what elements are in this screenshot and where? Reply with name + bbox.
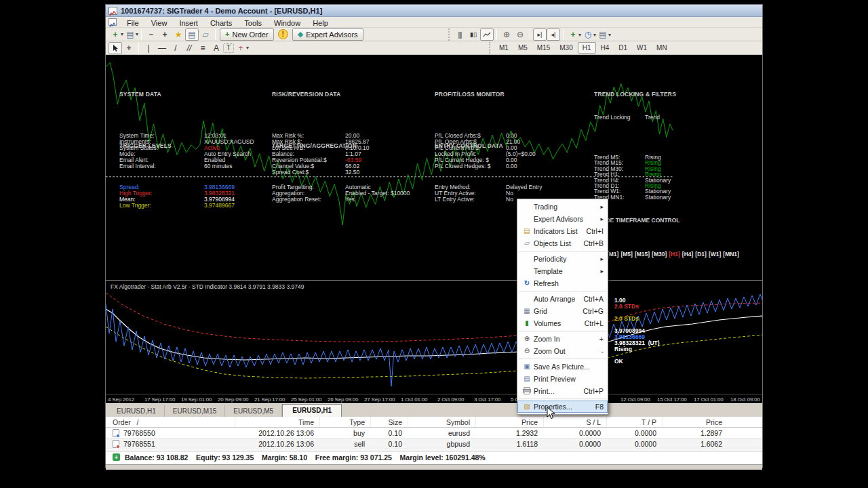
app-window: 1001674737: SIGTrader 4 - Demo Account -…: [105, 4, 763, 468]
toolbar-separator: [138, 43, 139, 54]
timeframe-button[interactable]: W1: [632, 42, 652, 54]
alert-icon[interactable]: !: [278, 29, 288, 39]
tick-chart-button[interactable]: ~: [144, 28, 158, 41]
order-row[interactable]: 79768551 2012.10.26 13:06 sell 0.10 gbpu…: [106, 439, 762, 449]
menubar-item[interactable]: Charts: [204, 18, 238, 28]
screen: 1001674737: SIGTrader 4 - Demo Account -…: [0, 0, 868, 488]
timeframe-button[interactable]: D1: [614, 42, 632, 54]
menu-item-zoom-in[interactable]: ⊕ Zoom In +: [517, 333, 608, 345]
menu-item-template[interactable]: Template ▸: [517, 265, 608, 277]
chart-tab[interactable]: EURUSD,M5: [225, 405, 282, 417]
menu-item-periodicity[interactable]: Periodicity ▸: [517, 253, 608, 265]
line-chart-button[interactable]: [480, 28, 494, 41]
order-symbol: gbpusd: [408, 440, 475, 448]
trendline-button[interactable]: /: [169, 42, 182, 54]
chart-tab[interactable]: EURUSD,M15: [165, 405, 225, 417]
data-window-button[interactable]: ▤: [185, 28, 199, 41]
order-take-profit: 0.0000: [606, 440, 662, 448]
time-axis-label: 12 Oct 09:00: [620, 394, 657, 403]
column-header-time[interactable]: Time: [235, 417, 319, 427]
order-open-price: 1.2932: [475, 429, 543, 437]
menubar-item[interactable]: Insert: [173, 18, 204, 28]
timeframe-button[interactable]: M15: [532, 42, 555, 54]
chart-shift-button[interactable]: ▸|: [533, 28, 547, 41]
menu-separator: [519, 251, 606, 251]
timeframe-button[interactable]: H4: [596, 42, 614, 54]
bar-chart-button[interactable]: |||: [453, 28, 467, 41]
column-header-type[interactable]: Type: [319, 417, 370, 427]
timeframe-button[interactable]: MN: [652, 42, 672, 54]
new-chart-button[interactable]: +: [108, 28, 122, 41]
menu-item-print[interactable]: Print... Ctrl+P: [517, 385, 608, 397]
timeframe-button[interactable]: M30: [555, 42, 577, 54]
profiles-caret-icon[interactable]: ▾: [136, 31, 138, 37]
order-row[interactable]: 79768550 2012.10.26 13:06 buy 0.10 eurus…: [106, 428, 762, 439]
periods-button[interactable]: ◷: [581, 28, 595, 41]
candlestick-chart-button[interactable]: ▮▯: [467, 28, 480, 41]
cursor-button[interactable]: [108, 42, 122, 54]
timeframe-button[interactable]: H1: [578, 42, 596, 54]
menu-item-print-preview[interactable]: ▤ Print Preview: [517, 373, 608, 385]
chart-tab[interactable]: EURUSD,H1: [108, 405, 165, 417]
grid-icon: ▦: [520, 308, 534, 314]
time-axis-label: 17 Oct 01:00: [694, 394, 730, 403]
new-order-button[interactable]: + New Order: [220, 28, 274, 41]
column-header-size[interactable]: Size: [370, 417, 408, 427]
favorites-button[interactable]: ★: [172, 28, 185, 41]
templates-caret-icon[interactable]: ▾: [608, 32, 611, 38]
menu-item-zoom-out[interactable]: ⊖ Zoom Out -: [517, 345, 608, 357]
title-bar[interactable]: 1001674737: SIGTrader 4 - Demo Account -…: [106, 5, 762, 17]
menu-item-properties[interactable]: ▨ Properties... F8: [517, 401, 608, 413]
zoom-in-button[interactable]: ⊕: [500, 28, 513, 41]
column-header-price[interactable]: Price: [475, 417, 543, 427]
column-header-tp[interactable]: T / P: [606, 417, 662, 427]
menu-item-trading[interactable]: Trading ▸: [517, 201, 608, 213]
menu-bar: FileViewInsertChartsToolsWindowHelp: [106, 17, 762, 28]
trend-locking-block: TREND LOCKING & FILTERS Trend Locking Tr…: [594, 79, 741, 270]
menu-item-auto-arrange[interactable]: Auto Arrange Ctrl+A: [517, 293, 608, 305]
crosshair-tool-button[interactable]: +: [122, 42, 136, 54]
indicators-button[interactable]: +: [566, 28, 580, 41]
menu-item-expert-advisors[interactable]: Expert Advisors ▸: [517, 213, 608, 225]
order-take-profit: 0.0000: [606, 429, 662, 437]
indicator-label: Rising: [614, 346, 660, 352]
navigator-button[interactable]: ▱: [199, 28, 212, 41]
timeframe-button[interactable]: M5: [513, 42, 532, 54]
menu-item-indicators-list[interactable]: ▤ Indicators List Ctrl+I: [517, 225, 608, 237]
menubar-item[interactable]: View: [145, 18, 174, 28]
text-button[interactable]: A: [210, 42, 223, 54]
vertical-line-button[interactable]: |: [142, 42, 155, 54]
main-chart[interactable]: SYSTEM DATA System Time:12:03:01Instrume…: [106, 55, 762, 280]
column-header-symbol[interactable]: Symbol: [408, 417, 475, 427]
menu-item-refresh[interactable]: ↻ Refresh: [517, 277, 608, 289]
fibonacci-button[interactable]: ≡: [196, 42, 210, 54]
menu-item-grid[interactable]: ▦ Grid Ctrl+G: [517, 305, 608, 317]
menu-item-volumes[interactable]: ▮ Volumes Ctrl+L: [517, 317, 608, 329]
text-label-button[interactable]: T: [223, 43, 234, 53]
zoom-out-button[interactable]: ⊖: [513, 28, 527, 41]
menubar-item[interactable]: Tools: [238, 18, 268, 28]
expert-advisors-button[interactable]: ◆ Expert Advisors: [292, 28, 363, 41]
shapes-button[interactable]: +: [234, 42, 248, 54]
chart-tab[interactable]: EURUSD,H1: [282, 404, 342, 417]
auto-scroll-button[interactable]: ◂|: [547, 28, 560, 41]
templates-button[interactable]: ▤: [596, 28, 610, 41]
order-current-price: 1.6062: [662, 440, 728, 448]
menubar-item[interactable]: Window: [268, 18, 307, 28]
channel-button[interactable]: //: [182, 42, 196, 54]
timeframe-token: [M15]: [635, 251, 650, 258]
timeframe-button[interactable]: M1: [494, 42, 513, 54]
menu-item-save-as-picture[interactable]: ▣ Save As Picture...: [517, 361, 608, 373]
menubar-item[interactable]: File: [121, 18, 145, 28]
profiles-button[interactable]: ▤: [123, 28, 137, 41]
crosshair-button[interactable]: +: [158, 28, 172, 41]
trigger-levels-block: TRIGGER LEVELS Spread:3.98136669High Tri…: [119, 131, 235, 221]
indicator-label: OK: [614, 359, 660, 365]
menu-item-objects-list[interactable]: ▱ Objects List Ctrl+B: [517, 237, 608, 249]
menubar-item[interactable]: Help: [307, 18, 334, 28]
shapes-caret-icon[interactable]: ▾: [246, 45, 249, 51]
horizontal-line-button[interactable]: —: [155, 42, 169, 54]
column-header-price2[interactable]: Price: [662, 417, 728, 427]
column-header-order[interactable]: Order /: [106, 418, 235, 426]
indicator-subwindow[interactable]: FX Algotrader - Stat Arb V2.5r - STD Ind…: [106, 280, 762, 394]
